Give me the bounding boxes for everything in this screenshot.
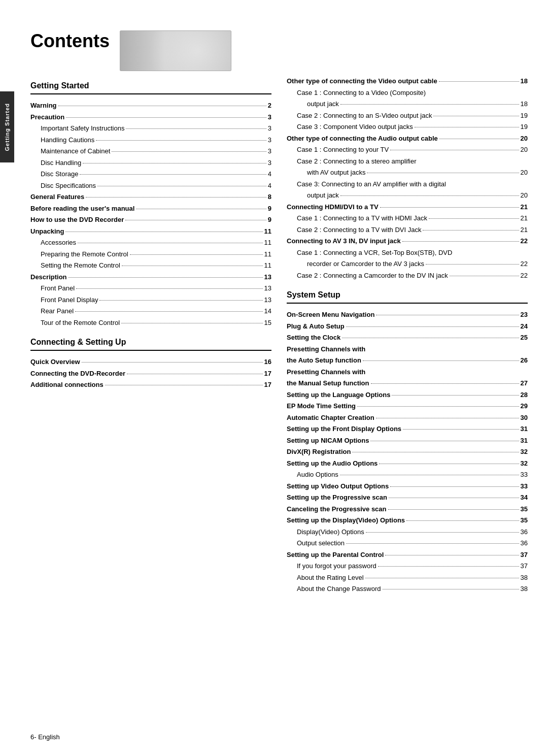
list-item: Case 1 : Connecting a VCR, Set-Top Box(S… — [287, 248, 528, 258]
toc-label: Additional connections — [30, 380, 104, 390]
toc-label: Case 3: Connecting to an AV amplifier wi… — [297, 179, 446, 189]
system-setup-toc: On-Screen Menu Navigation23Plug & Auto S… — [287, 310, 528, 594]
toc-dots — [433, 116, 519, 116]
toc-dots — [439, 139, 519, 139]
toc-label: Plug & Auto Setup — [287, 321, 345, 332]
toc-label: On-Screen Menu Navigation — [287, 310, 374, 320]
toc-page: 27 — [521, 378, 528, 388]
list-item: Case 2 : Connecting to a TV with DVI Jac… — [287, 225, 528, 235]
list-item: output jack 18 — [287, 99, 528, 109]
toc-dots — [68, 277, 263, 278]
list-item: Case 3 : Component Video output jacks19 — [287, 122, 528, 132]
header-image — [120, 30, 231, 71]
toc-dots — [379, 464, 519, 464]
toc-label: Description — [30, 272, 67, 282]
toc-page: 35 — [521, 515, 528, 525]
section-connecting: Connecting & Setting Up — [30, 338, 271, 347]
toc-label: the Auto Setup function — [287, 355, 361, 366]
toc-dots — [376, 315, 519, 315]
header-area: Contents — [30, 30, 528, 71]
toc-label: Handling Cautions — [41, 135, 94, 145]
toc-label: Tour of the Remote Control — [41, 318, 120, 328]
list-item: Disc Specifications 4 — [30, 181, 271, 191]
toc-label: Presetting Channels with — [287, 367, 365, 377]
toc-label: Setting up the Audio Options — [287, 458, 378, 469]
toc-label: Disc Handling — [41, 158, 81, 168]
toc-label: About the Change Password — [297, 584, 381, 594]
toc-label: Other type of connecting the Audio outpu… — [287, 134, 438, 144]
toc-label: Connecting to AV 3 IN, DV input jack — [287, 236, 401, 246]
toc-dots — [86, 197, 266, 198]
toc-dots — [367, 173, 519, 173]
list-item: Setting up the Front Display Options31 — [287, 424, 528, 434]
toc-dots — [340, 475, 519, 475]
list-item: Output selection 36 — [287, 538, 528, 548]
list-item: Case 1 : Connecting to a TV with HDMI Ja… — [287, 213, 528, 223]
list-item: Connecting to AV 3 IN, DV input jack22 — [287, 236, 528, 246]
toc-dots — [426, 264, 519, 265]
toc-label: Setting up the Progressive scan — [287, 492, 387, 503]
list-item: Accessories11 — [30, 238, 271, 248]
toc-page: 3 — [268, 146, 271, 156]
toc-page: 21 — [521, 213, 528, 223]
toc-dots — [82, 362, 263, 363]
toc-page: 20 — [521, 168, 528, 178]
toc-page: 35 — [521, 504, 528, 514]
connecting-right-toc: Other type of connecting the Video outpu… — [287, 76, 528, 280]
toc-page: 21 — [521, 225, 528, 235]
toc-page: 3 — [268, 112, 271, 122]
toc-label: the Manual Setup function — [287, 378, 369, 388]
list-item: EP Mode Time Setting29 — [287, 401, 528, 411]
list-item: Preparing the Remote Control11 — [30, 249, 271, 259]
toc-page: 3 — [268, 158, 271, 168]
toc-page: 22 — [521, 259, 528, 269]
list-item: Presetting Channels with — [287, 367, 528, 377]
toc-page: 32 — [521, 447, 528, 457]
toc-label: About the Rating Level — [297, 573, 364, 583]
col-left: Getting Started Warning2Precaution 3Impo… — [30, 76, 271, 596]
toc-dots — [402, 241, 519, 242]
toc-page: 16 — [264, 357, 271, 367]
toc-label: output jack — [307, 190, 339, 201]
list-item: Quick Overview16 — [30, 357, 271, 367]
toc-label: Case 1 : Connecting to a TV with HDMI Ja… — [297, 213, 427, 223]
page-title: Contents — [30, 30, 110, 52]
toc-label: Precaution — [30, 112, 64, 122]
toc-page: 11 — [264, 260, 271, 271]
toc-dots — [112, 151, 266, 152]
list-item: If you forgot your password 37 — [287, 561, 528, 571]
list-item: Important Safety Instructions3 — [30, 123, 271, 134]
list-item: DivX(R) Registration32 — [287, 447, 528, 457]
toc-page: 29 — [521, 401, 528, 411]
list-item: Connecting HDMI/DVI to a TV21 — [287, 202, 528, 212]
toc-label: Setting the Clock — [287, 333, 340, 343]
toc-page: 9 — [268, 204, 271, 214]
toc-dots — [390, 486, 519, 487]
toc-label: Warning — [30, 101, 57, 111]
toc-page: 19 — [521, 111, 528, 121]
toc-page: 33 — [521, 470, 528, 480]
list-item: Handling Cautions3 — [30, 135, 271, 145]
list-item: About the Rating Level 38 — [287, 573, 528, 583]
toc-page: 17 — [264, 369, 271, 379]
toc-page: 20 — [521, 145, 528, 155]
footer-text: 6- English — [30, 733, 60, 741]
connecting-toc: Quick Overview16Connecting the DVD-Recor… — [30, 357, 271, 390]
list-item: Presetting Channels with — [287, 344, 528, 354]
list-item: Before reading the user's manual 9 — [30, 204, 271, 214]
toc-label: Before reading the user's manual — [30, 204, 134, 214]
toc-label: Presetting Channels with — [287, 344, 365, 354]
list-item: Case 2 : Connecting to a stereo amplifie… — [287, 156, 528, 167]
list-item: Disc Handling 3 — [30, 158, 271, 168]
toc-page: 36 — [521, 538, 528, 548]
toc-label: Connecting the DVD-Recorder — [30, 369, 125, 379]
toc-label: Rear Panel — [41, 306, 74, 316]
toc-page: 34 — [521, 492, 528, 503]
toc-page: 13 — [264, 295, 271, 305]
toc-dots — [127, 374, 262, 374]
toc-dots — [105, 385, 263, 385]
toc-dots — [366, 532, 519, 533]
toc-dots — [439, 81, 519, 82]
toc-label: Setting up the Parental Control — [287, 550, 384, 560]
list-item: Tour of the Remote Control 15 — [30, 318, 271, 328]
